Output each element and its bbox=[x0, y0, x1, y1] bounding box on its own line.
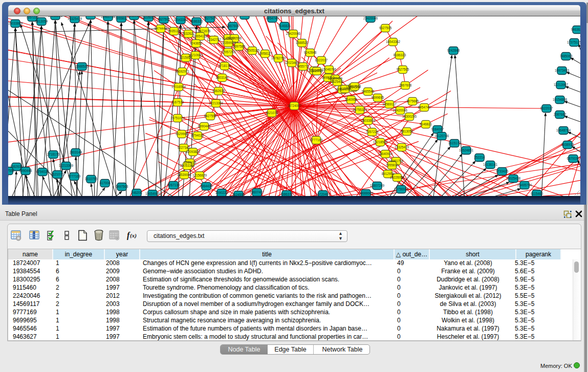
svg-text:17957253: 17957253 bbox=[221, 50, 236, 54]
svg-text:8912954: 8912954 bbox=[382, 172, 395, 176]
svg-text:8813054: 8813054 bbox=[401, 129, 413, 133]
svg-text:15046766: 15046766 bbox=[322, 68, 337, 71]
svg-text:6497568: 6497568 bbox=[349, 84, 361, 88]
svg-text:12359924: 12359924 bbox=[221, 41, 236, 45]
svg-text:9327505: 9327505 bbox=[158, 17, 170, 21]
svg-text:9777169: 9777169 bbox=[68, 174, 81, 178]
svg-text:8471676: 8471676 bbox=[198, 29, 211, 33]
svg-text:1610755: 1610755 bbox=[85, 177, 98, 181]
svg-text:16033809: 16033809 bbox=[8, 21, 23, 25]
svg-text:7485063: 7485063 bbox=[560, 54, 573, 58]
svg-text:10025438: 10025438 bbox=[506, 177, 521, 180]
svg-text:1621072: 1621072 bbox=[51, 172, 64, 176]
svg-text:9243652: 9243652 bbox=[190, 41, 203, 45]
svg-text:8912954: 8912954 bbox=[128, 16, 141, 17]
svg-text:417004: 417004 bbox=[99, 181, 111, 185]
svg-text:8427552: 8427552 bbox=[204, 114, 217, 118]
svg-text:12342757: 12342757 bbox=[207, 38, 222, 41]
svg-text:9699695: 9699695 bbox=[372, 96, 384, 99]
svg-text:7386372: 7386372 bbox=[280, 192, 293, 196]
svg-text:8990448: 8990448 bbox=[198, 124, 211, 128]
svg-text:17016504: 17016504 bbox=[171, 85, 186, 89]
svg-text:19654985: 19654985 bbox=[145, 192, 160, 195]
svg-text:10756928: 10756928 bbox=[394, 187, 409, 191]
svg-text:23420046: 23420046 bbox=[363, 16, 378, 20]
svg-text:2718176: 2718176 bbox=[47, 152, 60, 156]
svg-text:2803144: 2803144 bbox=[70, 150, 82, 154]
svg-text:1590223: 1590223 bbox=[215, 191, 228, 194]
svg-text:2803144: 2803144 bbox=[216, 76, 229, 79]
svg-text:1610755: 1610755 bbox=[311, 69, 323, 73]
svg-text:9397585: 9397585 bbox=[233, 45, 246, 48]
svg-text:3624554: 3624554 bbox=[232, 193, 245, 196]
svg-text:7955812: 7955812 bbox=[386, 163, 399, 167]
svg-text:16640910: 16640910 bbox=[378, 152, 393, 156]
svg-text:20053346: 20053346 bbox=[180, 164, 195, 167]
svg-text:252214: 252214 bbox=[474, 156, 485, 159]
svg-text:9146821: 9146821 bbox=[420, 122, 432, 126]
svg-text:14524851: 14524851 bbox=[459, 148, 474, 152]
svg-text:16782759: 16782759 bbox=[271, 56, 286, 60]
svg-text:7625402: 7625402 bbox=[331, 80, 344, 83]
svg-text:9777169: 9777169 bbox=[310, 138, 323, 142]
svg-text:10154808: 10154808 bbox=[553, 98, 568, 101]
svg-text:8186323: 8186323 bbox=[190, 19, 203, 23]
svg-text:3875685: 3875685 bbox=[406, 99, 419, 103]
svg-text:15226058: 15226058 bbox=[141, 16, 156, 19]
svg-text:9115460: 9115460 bbox=[531, 192, 543, 195]
svg-text:12213369: 12213369 bbox=[209, 101, 224, 105]
svg-text:6879197: 6879197 bbox=[567, 157, 580, 160]
svg-text:8186323: 8186323 bbox=[394, 53, 406, 57]
svg-text:1615172: 1615172 bbox=[448, 141, 461, 145]
svg-text:8267130: 8267130 bbox=[167, 183, 180, 187]
svg-text:20206556: 20206556 bbox=[227, 36, 242, 40]
svg-text:15751074: 15751074 bbox=[170, 116, 185, 120]
svg-text:10607487: 10607487 bbox=[250, 190, 265, 194]
svg-text:12093822: 12093822 bbox=[186, 150, 201, 154]
svg-text:2718176: 2718176 bbox=[219, 64, 231, 68]
svg-text:18724007: 18724007 bbox=[287, 104, 302, 107]
svg-text:16543362: 16543362 bbox=[173, 18, 188, 21]
svg-text:16961758: 16961758 bbox=[389, 159, 404, 163]
svg-text:6794028: 6794028 bbox=[36, 170, 49, 173]
svg-text:7357224: 7357224 bbox=[366, 130, 379, 134]
svg-text:9465546: 9465546 bbox=[362, 90, 375, 93]
svg-text:746206: 746206 bbox=[131, 191, 142, 194]
svg-text:1588520: 1588520 bbox=[296, 41, 309, 45]
svg-text:13325419: 13325419 bbox=[68, 17, 82, 20]
svg-text:15720407: 15720407 bbox=[316, 192, 331, 196]
svg-text:10654112: 10654112 bbox=[193, 34, 207, 38]
svg-text:12213369: 12213369 bbox=[59, 164, 74, 167]
svg-text:9242848: 9242848 bbox=[447, 49, 460, 52]
svg-text:18807249: 18807249 bbox=[370, 184, 385, 187]
svg-text:9463627: 9463627 bbox=[571, 28, 580, 31]
svg-text:10973493: 10973493 bbox=[555, 69, 570, 72]
svg-text:19218506: 19218506 bbox=[48, 16, 63, 17]
svg-text:9329966: 9329966 bbox=[176, 132, 188, 136]
svg-text:2087682: 2087682 bbox=[554, 113, 567, 116]
svg-text:2867608: 2867608 bbox=[227, 24, 239, 28]
svg-text:18300295: 18300295 bbox=[402, 115, 417, 118]
svg-text:2935114: 2935114 bbox=[168, 29, 181, 33]
svg-text:9455771: 9455771 bbox=[297, 64, 310, 68]
svg-text:9084067: 9084067 bbox=[431, 127, 444, 131]
svg-text:9242848: 9242848 bbox=[304, 51, 317, 54]
svg-text:3875685: 3875685 bbox=[238, 16, 251, 17]
svg-text:16543362: 16543362 bbox=[386, 40, 401, 43]
svg-text:1621072: 1621072 bbox=[266, 111, 278, 115]
svg-text:2867608: 2867608 bbox=[399, 83, 412, 87]
svg-text:19218506: 19218506 bbox=[373, 140, 388, 144]
svg-text:17375125: 17375125 bbox=[567, 40, 580, 44]
svg-text:13325419: 13325419 bbox=[395, 145, 409, 149]
svg-text:1362635: 1362635 bbox=[212, 89, 225, 93]
svg-text:23495794: 23495794 bbox=[517, 183, 532, 187]
svg-text:15692971: 15692971 bbox=[175, 70, 190, 73]
svg-text:1362635: 1362635 bbox=[10, 165, 23, 168]
svg-text:16033809: 16033809 bbox=[361, 119, 376, 122]
svg-text:8813054: 8813054 bbox=[35, 19, 48, 23]
svg-text:22420046: 22420046 bbox=[393, 108, 408, 112]
svg-text:15226058: 15226058 bbox=[390, 176, 405, 179]
svg-text:1167533: 1167533 bbox=[171, 100, 184, 104]
svg-text:7955812: 7955812 bbox=[115, 16, 128, 20]
svg-text:14569117: 14569117 bbox=[382, 102, 397, 106]
